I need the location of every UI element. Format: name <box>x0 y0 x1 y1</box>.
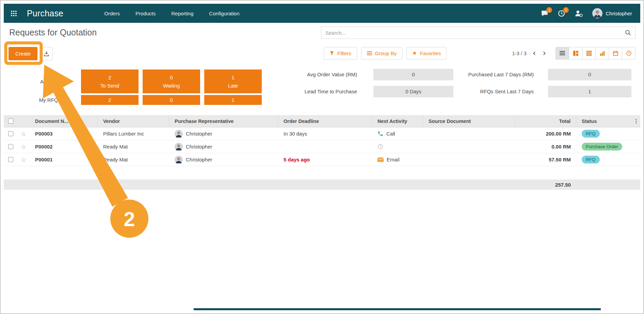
metric-lead-time-label: Lead Time to Purchase <box>222 86 357 97</box>
column-document[interactable]: Document N... <box>30 115 98 127</box>
row-next-activity[interactable]: Call <box>372 131 423 137</box>
clock-activity-icon <box>377 144 383 150</box>
table-row[interactable]: ☆ P00003 Pillars Lumber Inc Christopher … <box>4 127 640 140</box>
optional-columns-icon[interactable]: ⋮ <box>632 118 640 124</box>
search-input[interactable] <box>325 30 625 36</box>
search-icon[interactable] <box>625 30 631 36</box>
menu-orders[interactable]: Orders <box>104 11 120 16</box>
my-rfqs-filter[interactable]: My RFQs <box>9 97 61 103</box>
row-checkbox[interactable] <box>8 157 13 162</box>
activities-icon[interactable]: 1 <box>558 10 565 17</box>
messages-badge: 1 <box>546 7 552 13</box>
purchase-dashboard: All RFQs My RFQs 2 To Send 0 Waiting 1 L… <box>4 68 640 107</box>
table-row[interactable]: ☆ P00002 Ready Mat Christopher <box>4 140 640 153</box>
pager-previous-icon[interactable]: ‹ <box>532 49 537 57</box>
select-all-checkbox[interactable] <box>8 119 13 124</box>
status-badge: Purchase Order <box>582 143 622 151</box>
avatar <box>592 8 602 18</box>
column-total[interactable]: Total <box>515 115 576 127</box>
metric-rfqs-sent-7d-label: RFQs Sent Last 7 Days <box>457 86 534 97</box>
column-status[interactable]: Status <box>576 115 632 127</box>
filters-label: Filters <box>337 50 351 56</box>
row-deadline-late: 5 days ago <box>278 157 372 162</box>
view-list-button[interactable] <box>556 47 569 60</box>
cropped-footer-bar <box>194 308 601 310</box>
import-button[interactable] <box>40 47 53 60</box>
funnel-icon <box>329 51 334 56</box>
tile-waiting[interactable]: 0 Waiting <box>143 69 200 93</box>
messages-icon[interactable]: 1 <box>541 10 548 17</box>
tile-waiting-count: 0 <box>170 75 173 80</box>
user-status-icon[interactable] <box>575 10 583 17</box>
pager-next-icon[interactable]: › <box>542 49 547 57</box>
tile-my-to-send[interactable]: 2 <box>81 95 139 105</box>
row-total: 0.00 RM <box>515 144 576 150</box>
row-vendor: Ready Mat <box>98 144 169 150</box>
rep-name: Christopher <box>186 157 212 162</box>
rep-avatar <box>175 156 183 164</box>
view-kanban-button[interactable] <box>569 47 582 60</box>
tile-waiting-label: Waiting <box>163 83 180 89</box>
row-next-activity[interactable]: Email <box>372 157 423 162</box>
table-header: Document N... Vendor Purchase Representa… <box>4 115 640 127</box>
row-reference: P00003 <box>30 131 98 137</box>
menu-products[interactable]: Products <box>135 11 156 16</box>
row-checkbox[interactable] <box>8 131 13 136</box>
menu-reporting[interactable]: Reporting <box>171 11 193 16</box>
view-pivot-button[interactable] <box>582 47 596 60</box>
row-total: 200.00 RM <box>515 131 576 137</box>
all-rfqs-filter[interactable]: All RFQs <box>9 79 61 84</box>
download-icon <box>44 51 49 57</box>
row-deadline: In 30 days <box>278 131 372 137</box>
status-badge: RFQ <box>582 156 600 163</box>
row-total: 57.50 RM <box>515 157 576 162</box>
filter-buttons-group: Filters Group By ★ Favorites <box>324 47 447 60</box>
activity-label: Call <box>386 131 395 137</box>
favorites-label: Favorites <box>420 50 441 56</box>
rep-avatar <box>175 130 183 138</box>
sum-total: 257.50 <box>515 182 576 188</box>
favorite-star-icon[interactable]: ☆ <box>21 143 26 150</box>
favorite-star-icon[interactable]: ☆ <box>21 156 26 163</box>
top-navbar: Purchase Orders Products Reporting Confi… <box>4 4 640 23</box>
favorites-button[interactable]: ★ Favorites <box>406 47 447 60</box>
star-icon: ★ <box>412 50 417 56</box>
favorite-star-icon[interactable]: ☆ <box>21 130 26 137</box>
column-purchase-representative[interactable]: Purchase Representative <box>169 115 278 127</box>
tile-to-send[interactable]: 2 To Send <box>81 69 139 93</box>
activities-badge: 1 <box>563 7 569 13</box>
tile-my-waiting[interactable]: 0 <box>143 95 200 105</box>
group-by-button[interactable]: Group By <box>361 47 402 60</box>
table-row[interactable]: ☆ P00001 Ready Mat Christopher 5 days ag… <box>4 153 640 166</box>
apps-grid-icon-glyph <box>11 10 17 17</box>
main-menu: Orders Products Reporting Configuration <box>104 11 239 16</box>
column-order-deadline[interactable]: Order Deadline <box>278 115 372 127</box>
navbar-right: 1 1 <box>541 8 640 18</box>
menu-configuration[interactable]: Configuration <box>209 11 239 16</box>
row-next-activity[interactable] <box>372 144 423 150</box>
view-activity-button[interactable] <box>622 47 635 60</box>
email-icon <box>377 157 384 162</box>
column-next-activity[interactable]: Next Activity <box>372 115 423 127</box>
group-by-label: Group By <box>375 50 397 56</box>
group-by-icon <box>367 51 372 56</box>
app-title: Purchase <box>27 9 63 18</box>
filters-button[interactable]: Filters <box>324 47 357 60</box>
metric-lead-time-value: 0 Days <box>373 86 453 97</box>
user-menu[interactable]: Christopher <box>592 8 632 18</box>
column-vendor[interactable]: Vendor <box>98 115 169 127</box>
create-button[interactable]: Create <box>9 47 37 60</box>
row-checkbox[interactable] <box>8 144 13 149</box>
control-panel: Create Filters <box>4 43 640 64</box>
page-title: Requests for Quotation <box>9 28 97 37</box>
rfq-list: Document N... Vendor Purchase Representa… <box>4 115 640 190</box>
empty-row <box>4 166 640 179</box>
search-options: Filters Group By ★ Favorites 1-3 / 3 <box>324 47 635 60</box>
apps-grid-icon[interactable] <box>4 10 23 17</box>
row-reference: P00001 <box>30 157 98 162</box>
view-graph-button[interactable] <box>595 47 609 60</box>
column-source-document[interactable]: Source Document <box>423 115 515 127</box>
row-reference: P00002 <box>30 144 98 150</box>
view-calendar-button[interactable] <box>609 47 622 60</box>
graph-view-icon <box>600 51 605 56</box>
